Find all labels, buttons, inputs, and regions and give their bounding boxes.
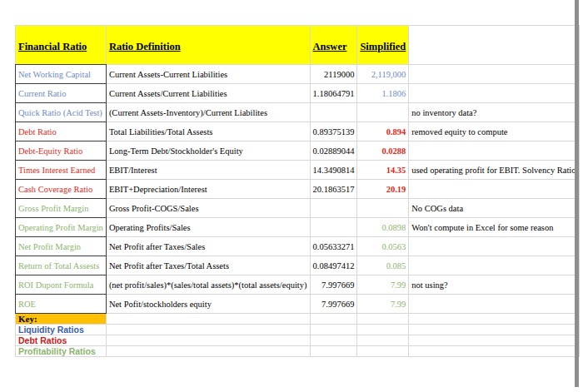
simplified-cell[interactable]: 2,119,000 — [357, 65, 409, 84]
key-debt-cell[interactable]: Debt Ratios — [16, 335, 107, 346]
ratio-label-cell[interactable]: ROI Dupont Formula — [16, 275, 107, 295]
ratio-label-cell[interactable]: Return of Total Assests — [16, 256, 107, 275]
table-row: ROI Dupont Formula (net profit/sales)*(s… — [16, 275, 580, 295]
simplified-cell[interactable]: 7.99 — [357, 275, 409, 295]
note-cell[interactable] — [409, 65, 579, 84]
empty-cell[interactable] — [409, 325, 579, 335]
key-title-cell[interactable]: Key: — [16, 314, 107, 325]
ratio-definition-cell[interactable]: Gross Profit-COGS/Sales — [106, 199, 310, 218]
ratio-definition-cell[interactable]: (net profit/sales)*(sales/total assets)*… — [106, 275, 310, 295]
ratio-label-cell[interactable]: Current Ratio — [16, 84, 107, 103]
note-cell[interactable] — [409, 295, 579, 314]
ratio-label-cell[interactable]: Debt-Equity Ratio — [16, 141, 107, 161]
key-profitability-cell[interactable]: Profitability Ratios — [16, 346, 107, 357]
empty-cell[interactable] — [409, 314, 579, 325]
ratio-label-cell[interactable]: Net Profit Margin — [16, 237, 107, 256]
note-cell[interactable]: no inventory data? — [409, 103, 579, 122]
header-answer[interactable]: Answer — [310, 26, 357, 65]
simplified-cell[interactable]: 0.0563 — [357, 237, 409, 256]
simplified-cell[interactable]: 20.19 — [357, 180, 409, 199]
header-ratio-definition[interactable]: Ratio Definition — [106, 26, 310, 65]
table-row: Gross Profit Margin Gross Profit-COGS/Sa… — [16, 199, 580, 218]
ratio-definition-cell[interactable]: Current Assets/Current Liabilities — [106, 84, 310, 103]
empty-cell[interactable] — [357, 314, 409, 325]
ratio-definition-cell[interactable]: (Current Assets-Inventory)/Current Liabi… — [106, 103, 310, 122]
ratio-label-cell[interactable]: Net Working Capital — [16, 65, 107, 84]
table-row: Return of Total Assests Net Profit after… — [16, 256, 580, 275]
simplified-cell[interactable]: 0.085 — [357, 256, 409, 275]
spreadsheet: Financial Ratio Ratio Definition Answer … — [15, 25, 580, 357]
vertical-scrollbar[interactable] — [575, 0, 579, 387]
ratio-definition-cell[interactable]: EBIT+Depreciation/Interest — [106, 180, 310, 199]
ratio-definition-cell[interactable]: Net Profit after Taxes/Sales — [106, 237, 310, 256]
note-cell[interactable] — [409, 256, 579, 275]
ratio-label-cell[interactable]: Cash Coverage Ratio — [16, 180, 107, 199]
empty-cell[interactable] — [357, 325, 409, 335]
note-cell[interactable] — [409, 141, 579, 161]
ratio-definition-cell[interactable]: Long-Term Debt/Stockholder's Equity — [106, 141, 310, 161]
answer-cell[interactable]: 0.08497412 — [310, 256, 357, 275]
note-cell[interactable] — [409, 180, 579, 199]
empty-cell[interactable] — [357, 335, 409, 346]
answer-cell[interactable] — [310, 199, 357, 218]
table-row: Operating Profit Margin Operating Profit… — [16, 218, 580, 237]
ratio-label-cell[interactable]: Operating Profit Margin — [16, 218, 107, 237]
ratio-label-cell[interactable]: Gross Profit Margin — [16, 199, 107, 218]
simplified-cell[interactable] — [357, 199, 409, 218]
empty-cell[interactable] — [409, 346, 579, 357]
answer-cell[interactable]: 0.05633271 — [310, 237, 357, 256]
empty-cell[interactable] — [106, 314, 310, 325]
note-cell[interactable]: Won't compute in Excel for some reason — [409, 218, 579, 237]
answer-cell[interactable] — [310, 103, 357, 122]
table-row: Debt-Equity Ratio Long-Term Debt/Stockho… — [16, 141, 580, 161]
header-notes[interactable] — [409, 26, 579, 65]
ratio-label-cell[interactable]: Times Interest Earned — [16, 161, 107, 180]
table-row: Cash Coverage Ratio EBIT+Depreciation/In… — [16, 180, 580, 199]
answer-cell[interactable]: 0.02889044 — [310, 141, 357, 161]
ratio-definition-cell[interactable]: Net Pofit/stockholders equity — [106, 295, 310, 314]
answer-cell[interactable]: 14.3490814 — [310, 161, 357, 180]
note-cell[interactable] — [409, 237, 579, 256]
note-cell[interactable]: used operating profit for EBIT. Solvency… — [409, 161, 579, 180]
empty-cell[interactable] — [409, 335, 579, 346]
ratio-label-cell[interactable]: ROE — [16, 295, 107, 314]
key-liquidity-cell[interactable]: Liquidity Ratios — [16, 325, 107, 335]
ratio-definition-cell[interactable]: EBIT/Interest — [106, 161, 310, 180]
empty-cell[interactable] — [106, 325, 310, 335]
empty-cell[interactable] — [106, 346, 310, 357]
empty-cell[interactable] — [357, 346, 409, 357]
answer-cell[interactable]: 0.89375139 — [310, 122, 357, 141]
answer-cell[interactable]: 7.997669 — [310, 295, 357, 314]
ratio-definition-cell[interactable]: Operating Profits/Sales — [106, 218, 310, 237]
header-row: Financial Ratio Ratio Definition Answer … — [16, 26, 580, 65]
simplified-cell[interactable]: 0.894 — [357, 122, 409, 141]
note-cell[interactable]: removed equity to compute — [409, 122, 579, 141]
simplified-cell[interactable]: 0.0288 — [357, 141, 409, 161]
note-cell[interactable] — [409, 84, 579, 103]
empty-cell[interactable] — [310, 314, 357, 325]
ratio-definition-cell[interactable]: Total Liabilities/Total Assests — [106, 122, 310, 141]
note-cell[interactable]: No COGs data — [409, 199, 579, 218]
answer-cell[interactable]: 1.18064791 — [310, 84, 357, 103]
empty-cell[interactable] — [310, 325, 357, 335]
ratio-label-cell[interactable]: Debt Ratio — [16, 122, 107, 141]
simplified-cell[interactable]: 0.0898 — [357, 218, 409, 237]
answer-cell[interactable] — [310, 218, 357, 237]
answer-cell[interactable]: 7.997669 — [310, 275, 357, 295]
simplified-cell[interactable] — [357, 103, 409, 122]
answer-cell[interactable]: 20.1863517 — [310, 180, 357, 199]
ratio-definition-cell[interactable]: Current Assets-Current Liabilities — [106, 65, 310, 84]
note-cell[interactable]: not using? — [409, 275, 579, 295]
answer-cell[interactable]: 2119000 — [310, 65, 357, 84]
empty-cell[interactable] — [310, 335, 357, 346]
empty-cell[interactable] — [310, 346, 357, 357]
simplified-cell[interactable]: 14.35 — [357, 161, 409, 180]
simplified-cell[interactable]: 7.99 — [357, 295, 409, 314]
table-row: Net Profit Margin Net Profit after Taxes… — [16, 237, 580, 256]
simplified-cell[interactable]: 1.1806 — [357, 84, 409, 103]
empty-cell[interactable] — [106, 335, 310, 346]
header-financial-ratio[interactable]: Financial Ratio — [16, 26, 107, 65]
ratio-label-cell[interactable]: Quick Ratio (Acid Test) — [16, 103, 107, 122]
header-simplified[interactable]: Simplified — [357, 26, 409, 65]
ratio-definition-cell[interactable]: Net Profit after Taxes/Total Assets — [106, 256, 310, 275]
